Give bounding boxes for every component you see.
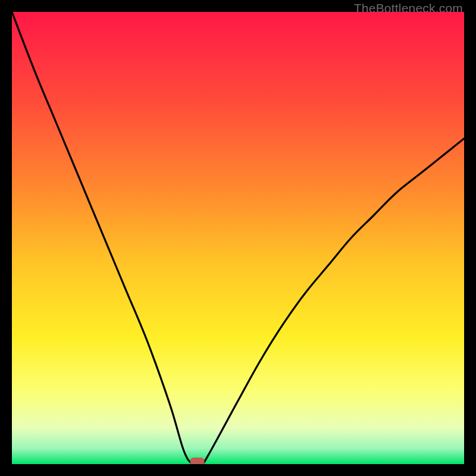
gradient-background bbox=[12, 12, 464, 464]
chart-plot-area bbox=[12, 12, 464, 464]
chart-frame: TheBottleneck.com bbox=[0, 0, 476, 476]
optimum-marker bbox=[190, 458, 205, 464]
bottleneck-chart-svg bbox=[12, 12, 464, 464]
